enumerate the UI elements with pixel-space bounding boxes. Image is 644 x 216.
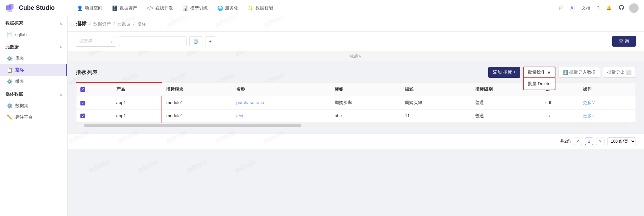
- nav-item-data-assets[interactable]: 🗄️ 数据资产: [108, 3, 141, 13]
- row1-name: purchase ratio: [232, 96, 330, 109]
- nav-right: 🏳️ AI 文档 ? 🔔: [556, 3, 639, 13]
- sidebar-section-media[interactable]: 媒体数据 ∧: [0, 87, 67, 100]
- scrollbar-thumb[interactable]: [84, 124, 301, 127]
- row1-desc: 周购买率: [401, 96, 471, 109]
- batch-ops-chevron-icon: ∨: [547, 70, 551, 75]
- label-platform-icon: ✏️: [7, 115, 13, 120]
- th-desc: 描述: [401, 82, 471, 96]
- data-intel-icon: ✨: [248, 5, 253, 11]
- select-all-checkbox[interactable]: ✓: [80, 87, 85, 92]
- nav-item-data-intel[interactable]: ✨ 数据智能: [244, 3, 277, 13]
- filter-select[interactable]: 请选择 ∨: [76, 36, 116, 47]
- th-product: 产品: [112, 82, 162, 96]
- add-filter-btn[interactable]: +: [205, 36, 215, 46]
- data-assets-icon: 🗄️: [112, 5, 118, 11]
- breadcrumb-data-assets[interactable]: 数据资产: [93, 21, 111, 27]
- dataset-icon: ⚙️: [7, 103, 13, 109]
- question-icon[interactable]: ?: [595, 4, 601, 12]
- user-avatar[interactable]: [629, 3, 639, 13]
- per-page-select[interactable]: 100 条/页: [607, 137, 636, 145]
- chevron-up-icon-media: ∧: [59, 93, 62, 96]
- svg-rect-2: [7, 7, 12, 12]
- ai-label[interactable]: AI: [568, 4, 577, 12]
- breadcrumb: 指标 / 数据资产 / 元数据 / 指标: [68, 16, 644, 32]
- breadcrumb-sep1: /: [89, 21, 91, 26]
- sidebar-item-table[interactable]: ⚙️ 库表: [0, 53, 67, 64]
- docs-link[interactable]: 文档: [579, 4, 592, 13]
- row1-action: 更多∨: [579, 96, 636, 109]
- sidebar-section-metadata[interactable]: 元数据 ∧: [0, 40, 67, 53]
- top-navigation: Cube Studio 👤 项目空间 🗄️ 数据资产 </> 在线开发 📊 模型…: [0, 0, 644, 16]
- import-icon: ⬇️: [563, 70, 568, 75]
- row1-level: 普通: [471, 96, 541, 109]
- row2-name: test: [232, 109, 330, 122]
- app-name: Cube Studio: [19, 4, 55, 11]
- service-icon: 🌐: [217, 5, 223, 11]
- row2-level: 普通: [471, 109, 541, 122]
- online-dev-icon: </>: [147, 5, 153, 11]
- nav-items: 👤 项目空间 🗄️ 数据资产 </> 在线开发 📊 模型训练 🌐 服务化 ✨ 数…: [73, 3, 556, 13]
- export-icon: ⬜: [626, 70, 631, 75]
- query-button[interactable]: 查 询: [612, 36, 636, 47]
- flag-icon[interactable]: 🏳️: [556, 4, 566, 12]
- th-name: 名称: [232, 82, 330, 96]
- row1-tag: 周购买率: [330, 96, 401, 109]
- add-metrics-button[interactable]: 添加 指标 +: [488, 67, 520, 78]
- table-header: 指标 列表 添加 指标 + 批量操作 ∨ 批量 Delete: [76, 67, 636, 78]
- table-row: ✓ app1 module1 test abc: [76, 109, 636, 122]
- batch-ops-dropdown: 批量 Delete: [523, 78, 555, 90]
- sidebar-item-dimension[interactable]: ⚙️ 维表: [0, 76, 67, 87]
- nav-item-online-dev[interactable]: </> 在线开发: [143, 3, 177, 13]
- breadcrumb-meta[interactable]: 元数据: [117, 21, 130, 27]
- nav-item-service[interactable]: 🌐 服务化: [213, 3, 242, 13]
- delete-filter-btn[interactable]: 🗑️: [189, 36, 202, 46]
- filter-input[interactable]: [119, 37, 187, 46]
- breadcrumb-sep2: /: [114, 21, 115, 26]
- table-row: ✓ app1 module1 purchase ratio 周购买率: [76, 96, 636, 109]
- import-button[interactable]: ⬇️ 批量导入数据: [558, 67, 600, 78]
- sidebar: 数据探索 ∧ 📄 sqllab 元数据 ∧ ⚙️ 库表 📋 指标 ⚙️ 维表 媒…: [0, 16, 68, 216]
- nav-item-model-train[interactable]: 📊 模型训练: [178, 3, 212, 13]
- sidebar-item-metrics[interactable]: 📋 指标: [0, 64, 67, 76]
- th-module: 指标模块: [162, 82, 232, 96]
- total-count: 共2条: [560, 138, 571, 144]
- row1-metrics-col: cdl: [541, 96, 579, 109]
- horizontal-scrollbar[interactable]: [84, 124, 628, 127]
- sidebar-item-label-platform[interactable]: ✏️ 标注平台: [0, 112, 67, 123]
- sqllab-icon: 📄: [7, 32, 13, 37]
- sidebar-item-dataset[interactable]: ⚙️ 数据集: [0, 100, 67, 112]
- row2-tag: abc: [330, 109, 401, 122]
- row2-checkbox[interactable]: ✓: [80, 114, 85, 118]
- sidebar-section-data-explore[interactable]: 数据探索 ∧: [0, 16, 67, 29]
- row2-module: module1: [162, 109, 232, 122]
- table-actions: 添加 指标 + 批量操作 ∨ 批量 Delete ⬇️ 批量导入数据: [488, 67, 636, 78]
- row2-checkbox-cell: ✓: [76, 109, 112, 122]
- row2-desc: 11: [401, 109, 471, 122]
- th-checkbox: ✓: [76, 82, 112, 96]
- current-page-button[interactable]: 1: [585, 138, 593, 145]
- nav-item-project[interactable]: 👤 项目空间: [73, 3, 106, 13]
- main-content: adminadminadminadminadmin adminadminadmi…: [68, 16, 644, 216]
- th-action: 操作: [579, 82, 636, 96]
- logo-icon: [5, 3, 16, 14]
- collapse-bar[interactable]: 收起∧: [68, 51, 644, 61]
- bell-icon[interactable]: 🔔: [604, 4, 614, 12]
- chevron-up-icon: ∧: [59, 22, 62, 25]
- batch-delete-item[interactable]: 批量 Delete: [524, 78, 555, 90]
- table-icon: ⚙️: [7, 56, 13, 61]
- github-icon[interactable]: [616, 3, 626, 13]
- dimension-icon: ⚙️: [7, 79, 13, 84]
- project-icon: 👤: [77, 5, 83, 11]
- prev-page-button[interactable]: <: [574, 138, 582, 145]
- breadcrumb-sep3: /: [133, 21, 134, 26]
- row2-action: 更多∨: [579, 109, 636, 122]
- batch-ops-button[interactable]: 批量操作 ∨: [523, 67, 555, 78]
- next-page-button[interactable]: >: [596, 138, 604, 145]
- sidebar-item-sqllab[interactable]: 📄 sqllab: [0, 29, 67, 40]
- metrics-icon: 📋: [7, 67, 13, 73]
- filter-bar: 请选择 ∨ 🗑️ + 查 询: [68, 32, 644, 51]
- export-button[interactable]: 批量导出 ⬜: [603, 67, 636, 78]
- row1-checkbox[interactable]: ✓: [80, 101, 85, 105]
- main-layout: 数据探索 ∧ 📄 sqllab 元数据 ∧ ⚙️ 库表 📋 指标 ⚙️ 维表 媒…: [0, 16, 644, 216]
- row2-product: app1: [112, 109, 162, 122]
